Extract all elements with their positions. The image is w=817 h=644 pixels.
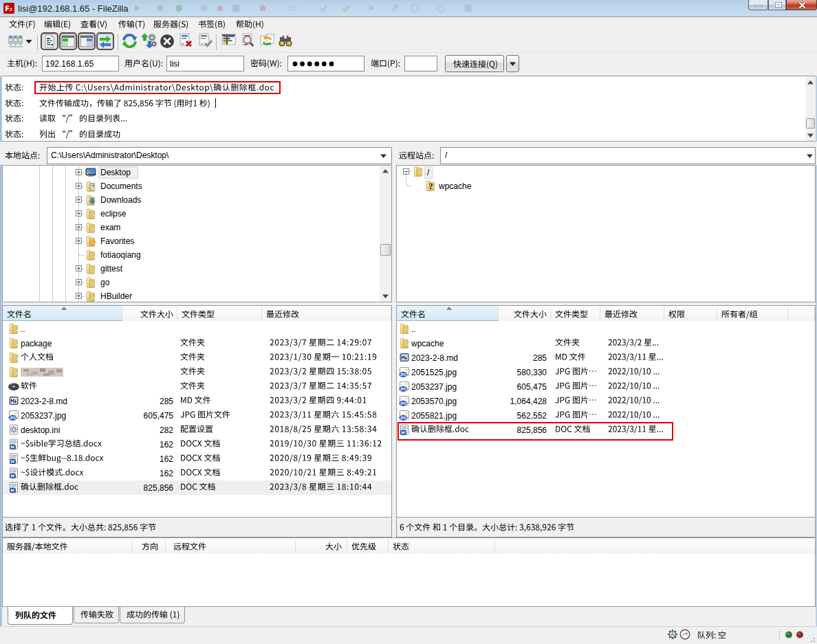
svg-text:A: A <box>671 631 675 638</box>
